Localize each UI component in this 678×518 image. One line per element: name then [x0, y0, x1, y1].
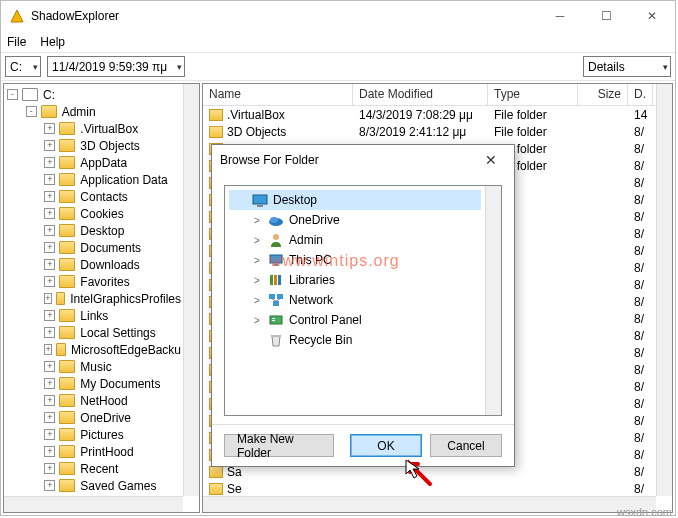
expand-icon[interactable]: +	[44, 140, 55, 151]
view-mode-select[interactable]: Details▾	[583, 56, 671, 77]
expand-icon[interactable]: +	[44, 378, 55, 389]
dialog-tree-item[interactable]: >Control Panel	[229, 310, 481, 330]
dialog-close-button[interactable]: ✕	[476, 152, 506, 168]
expand-icon[interactable]: >	[251, 315, 263, 326]
tree-item[interactable]: +My Documents	[4, 375, 183, 392]
folder-tree[interactable]: -C: -Admin +.VirtualBox +3D Objects +App…	[3, 83, 200, 513]
tree-horizontal-scrollbar[interactable]	[4, 496, 183, 512]
tree-item[interactable]: +AppData	[4, 154, 183, 171]
tree-item[interactable]: +Recent	[4, 460, 183, 477]
dialog-tree-item[interactable]: >Admin	[229, 230, 481, 250]
minimize-button[interactable]: ─	[537, 1, 583, 31]
column-d[interactable]: D.	[628, 84, 653, 105]
list-row[interactable]: 3D Objects8/3/2019 2:41:12 μμFile folder…	[203, 123, 656, 140]
tree-item[interactable]: +Cookies	[4, 205, 183, 222]
tree-item[interactable]: +Favorites	[4, 273, 183, 290]
tree-item[interactable]: +Pictures	[4, 426, 183, 443]
expand-icon[interactable]: +	[44, 276, 55, 287]
close-button[interactable]: ✕	[629, 1, 675, 31]
svg-rect-8	[274, 275, 277, 285]
list-vertical-scrollbar[interactable]	[656, 84, 672, 496]
expand-icon[interactable]: +	[44, 310, 55, 321]
folder-icon	[59, 326, 75, 339]
expand-icon[interactable]: +	[44, 429, 55, 440]
expand-icon[interactable]: >	[251, 235, 263, 246]
tree-item-label: Cookies	[78, 207, 125, 221]
expand-icon[interactable]: >	[251, 295, 263, 306]
expand-icon[interactable]	[235, 195, 247, 206]
expand-icon[interactable]	[251, 335, 263, 346]
expand-icon[interactable]: +	[44, 242, 55, 253]
tree-item[interactable]: +3D Objects	[4, 137, 183, 154]
list-row[interactable]: Se8/	[203, 480, 656, 496]
list-row[interactable]: .VirtualBox14/3/2019 7:08:29 μμFile fold…	[203, 106, 656, 123]
column-type[interactable]: Type	[488, 84, 578, 105]
dialog-tree-item[interactable]: >OneDrive	[229, 210, 481, 230]
svg-rect-5	[270, 255, 282, 263]
tree-item[interactable]: +Local Settings	[4, 324, 183, 341]
menu-help[interactable]: Help	[40, 35, 65, 49]
maximize-button[interactable]: ☐	[583, 1, 629, 31]
expand-icon[interactable]: +	[44, 123, 55, 134]
dialog-tree-item[interactable]: >This PC	[229, 250, 481, 270]
expand-icon[interactable]: +	[44, 293, 51, 304]
dialog-tree-scrollbar[interactable]	[485, 186, 501, 415]
tree-item[interactable]: +Documents	[4, 239, 183, 256]
tree-item[interactable]: +.VirtualBox	[4, 120, 183, 137]
expand-icon[interactable]: +	[44, 225, 55, 236]
drive-select[interactable]: C:▾	[5, 56, 41, 77]
tree-item[interactable]: +Application Data	[4, 171, 183, 188]
expand-icon[interactable]: +	[44, 395, 55, 406]
tree-item[interactable]: +OneDrive	[4, 409, 183, 426]
tree-item[interactable]: +Saved Games	[4, 477, 183, 494]
tree-item[interactable]: +MicrosoftEdgeBacku	[4, 341, 183, 358]
expand-icon[interactable]: -	[7, 89, 18, 100]
dialog-tree-item[interactable]: >Libraries	[229, 270, 481, 290]
folder-icon	[22, 88, 38, 101]
expand-icon[interactable]: +	[44, 463, 55, 474]
tree-vertical-scrollbar[interactable]	[183, 84, 199, 496]
expand-icon[interactable]: +	[44, 208, 55, 219]
make-new-folder-button[interactable]: Make New Folder	[224, 434, 334, 457]
menu-file[interactable]: File	[7, 35, 26, 49]
tree-item[interactable]: +Desktop	[4, 222, 183, 239]
expand-icon[interactable]: +	[44, 446, 55, 457]
tree-item[interactable]: +Music	[4, 358, 183, 375]
dialog-folder-tree[interactable]: Desktop>OneDrive>Admin>This PC>Libraries…	[224, 185, 502, 416]
expand-icon[interactable]: +	[44, 191, 55, 202]
tree-item[interactable]: +NetHood	[4, 392, 183, 409]
expand-icon[interactable]: +	[44, 480, 55, 491]
expand-icon[interactable]: >	[251, 255, 263, 266]
tree-item[interactable]: +Links	[4, 307, 183, 324]
expand-icon[interactable]: >	[251, 275, 263, 286]
tree-item[interactable]: +Downloads	[4, 256, 183, 273]
tree-item[interactable]: -C:	[4, 86, 183, 103]
dialog-tree-item[interactable]: >Network	[229, 290, 481, 310]
expand-icon[interactable]: +	[44, 157, 55, 168]
expand-icon[interactable]: >	[251, 215, 263, 226]
expand-icon[interactable]: +	[44, 327, 55, 338]
folder-icon	[59, 275, 75, 288]
cancel-button[interactable]: Cancel	[430, 434, 502, 457]
expand-icon[interactable]: -	[26, 106, 37, 117]
tree-item[interactable]: +PrintHood	[4, 443, 183, 460]
ok-button[interactable]: OK	[350, 434, 422, 457]
expand-icon[interactable]: +	[44, 361, 55, 372]
tree-item[interactable]: -Admin	[4, 103, 183, 120]
column-name[interactable]: Name	[203, 84, 353, 105]
expand-icon[interactable]: +	[44, 344, 51, 355]
tree-item-label: AppData	[78, 156, 129, 170]
folder-icon	[56, 343, 66, 356]
snapshot-date-select[interactable]: 11/4/2019 9:59:39 πμ▾	[47, 56, 185, 77]
column-date[interactable]: Date Modified	[353, 84, 488, 105]
expand-icon[interactable]: +	[44, 174, 55, 185]
folder-icon	[59, 377, 75, 390]
expand-icon[interactable]: +	[44, 259, 55, 270]
column-size[interactable]: Size	[578, 84, 628, 105]
dialog-tree-item[interactable]: Desktop	[229, 190, 481, 210]
tree-item[interactable]: +Contacts	[4, 188, 183, 205]
tree-item[interactable]: +IntelGraphicsProfiles	[4, 290, 183, 307]
expand-icon[interactable]: +	[44, 412, 55, 423]
dialog-tree-item[interactable]: Recycle Bin	[229, 330, 481, 350]
list-horizontal-scrollbar[interactable]	[203, 496, 656, 512]
